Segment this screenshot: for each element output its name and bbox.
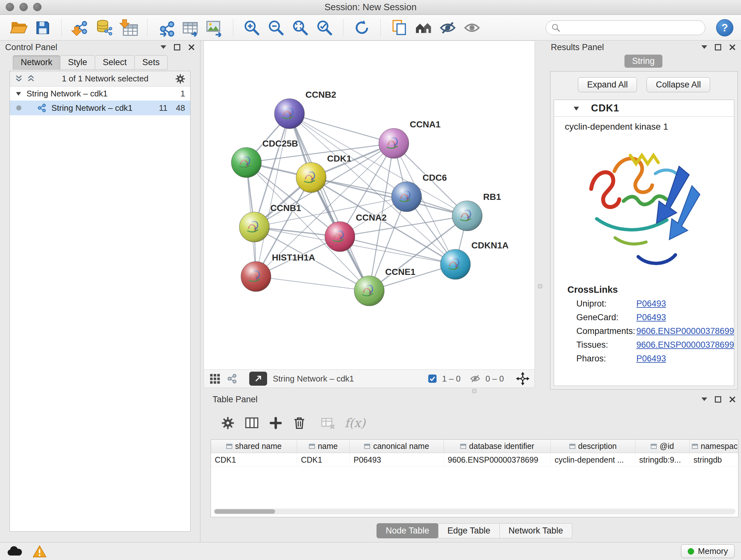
zoom-out-button[interactable] [265, 17, 287, 39]
crosslink-value-link[interactable]: P06493 [636, 354, 666, 364]
network-node-rb1[interactable]: RB1 [452, 192, 501, 231]
network-canvas[interactable]: CCNB2CCNA1CDC25BCDK1CDC6RB1CCNB1CCNA2CDK… [204, 41, 535, 369]
network-edge[interactable] [289, 114, 369, 291]
graphics-details-button[interactable] [413, 17, 434, 39]
splitter-handle[interactable] [472, 389, 476, 393]
panel-collapse-icon[interactable] [701, 45, 707, 52]
collapse-all-button[interactable]: Collapse All [647, 77, 710, 92]
network-view[interactable]: CCNB2CCNA1CDC25BCDK1CDC6RB1CCNB1CCNA2CDK… [204, 41, 535, 388]
network-icon[interactable] [226, 373, 238, 384]
add-column-icon[interactable] [269, 416, 283, 430]
crosslink-value-link[interactable]: P06493 [636, 299, 666, 309]
tab-network[interactable]: Network [13, 55, 60, 70]
table-cell[interactable]: 9606.ENSP00000378699 [444, 453, 551, 466]
export-table-button[interactable] [179, 17, 201, 39]
column-header-namespac[interactable]: namespac [690, 440, 738, 453]
delete-column-trash-icon[interactable] [292, 416, 307, 430]
tab-node-table[interactable]: Node Table [377, 523, 439, 538]
hide-graphics-button[interactable] [437, 17, 459, 39]
crosslink-value-link[interactable]: 9606.ENSP00000378699 [636, 340, 734, 350]
panel-float-icon[interactable] [715, 396, 721, 402]
panel-collapse-icon[interactable] [160, 45, 166, 52]
new-network-from-selection-button[interactable] [155, 17, 177, 39]
panel-close-icon[interactable] [729, 396, 736, 403]
network-edge[interactable] [311, 178, 467, 216]
expand-all-button[interactable]: Expand All [578, 77, 637, 92]
zoom-in-button[interactable] [241, 17, 263, 39]
show-graphics-button[interactable] [461, 17, 483, 39]
expand-all-icon[interactable] [14, 74, 23, 83]
maximize-window-button[interactable] [33, 3, 42, 11]
splitter-handle[interactable] [538, 284, 542, 288]
table-settings-gear-icon[interactable] [221, 416, 235, 430]
selected-checkbox-icon[interactable] [427, 374, 437, 384]
table-cell[interactable]: CDK1 [297, 453, 350, 466]
crosslink-value-link[interactable]: P06493 [636, 313, 666, 322]
scrollbar-thumb[interactable] [214, 509, 275, 514]
grid-view-icon[interactable] [209, 373, 220, 384]
minimize-window-button[interactable] [19, 3, 28, 11]
network-edge[interactable] [256, 114, 289, 276]
window-controls[interactable] [6, 3, 42, 11]
panel-float-icon[interactable] [174, 44, 180, 51]
column-header-shared-name[interactable]: shared name [211, 440, 297, 453]
node-section-header[interactable]: CDK1 [554, 100, 734, 117]
table-cell[interactable]: stringdb:9... [635, 453, 690, 466]
horizontal-scrollbar[interactable] [213, 509, 736, 514]
show-columns-icon[interactable] [245, 416, 259, 430]
panel-close-icon[interactable] [188, 44, 195, 51]
search-input[interactable] [564, 23, 700, 33]
copy-button[interactable] [388, 17, 410, 39]
tab-network-table[interactable]: Network Table [499, 523, 572, 538]
tab-style[interactable]: Style [60, 55, 95, 70]
save-session-button[interactable] [32, 17, 54, 39]
network-row-selected[interactable]: String Network – cdk1 11 48 [10, 101, 190, 115]
network-edge[interactable] [256, 276, 369, 291]
table-row[interactable]: CDK1CDK1P064939606.ENSP00000378699cyclin… [211, 453, 738, 466]
warning-icon[interactable] [32, 545, 47, 558]
hidden-eye-slash-icon[interactable] [469, 373, 481, 384]
table-cell[interactable]: P06493 [350, 453, 444, 466]
collapse-all-icon[interactable] [26, 74, 36, 83]
import-network-from-database-button[interactable] [93, 17, 115, 39]
section-disclosure-icon[interactable] [572, 105, 580, 112]
panel-float-icon[interactable] [715, 44, 721, 51]
close-window-button[interactable] [6, 3, 14, 11]
tab-sets[interactable]: Sets [134, 55, 167, 70]
cloud-icon[interactable] [6, 545, 23, 558]
zoom-fit-button[interactable] [289, 17, 311, 39]
panel-collapse-icon[interactable] [701, 397, 707, 404]
disclosure-triangle-icon[interactable] [15, 90, 22, 97]
network-collection-row[interactable]: String Network – cdk1 1 [10, 86, 190, 101]
panel-close-icon[interactable] [729, 44, 736, 51]
import-table-from-file-button[interactable] [118, 17, 139, 39]
network-node-hist1h1a[interactable]: HIST1H1A [241, 253, 315, 292]
toolbar-search[interactable] [546, 20, 705, 35]
zoom-selected-button[interactable] [314, 17, 335, 39]
export-image-button[interactable] [204, 17, 225, 39]
memory-button[interactable]: Memory [681, 544, 735, 558]
gear-icon[interactable] [175, 73, 186, 84]
column-header-id[interactable]: @id [635, 440, 690, 453]
network-edge[interactable] [289, 114, 394, 143]
network-node-cdc6[interactable]: CDC6 [392, 173, 447, 212]
import-network-from-file-button[interactable] [69, 17, 91, 39]
table-cell[interactable]: cyclin-dependent ... [551, 453, 635, 466]
fit-selected-crosshair-icon[interactable] [516, 372, 529, 385]
help-button[interactable]: ? [716, 19, 733, 37]
table-cell[interactable]: CDK1 [211, 453, 297, 466]
crosslink-value-link[interactable]: 9606.ENSP00000378699 [636, 326, 734, 336]
detach-view-button[interactable] [249, 372, 267, 386]
tab-edge-table[interactable]: Edge Table [438, 523, 500, 538]
column-header-name[interactable]: name [297, 440, 350, 453]
column-header-canonical-name[interactable]: canonical name [350, 440, 444, 453]
column-header-database-identifier[interactable]: database identifier [444, 440, 551, 453]
tab-select[interactable]: Select [95, 55, 135, 70]
tab-string[interactable]: String [624, 55, 663, 68]
network-node-ccna1[interactable]: CCNA1 [379, 119, 441, 159]
table-cell[interactable]: stringdb [690, 453, 738, 466]
network-node-cdkn1a[interactable]: CDKN1A [441, 240, 509, 279]
column-header-description[interactable]: description [551, 440, 635, 453]
open-session-button[interactable] [8, 17, 29, 39]
refresh-view-button[interactable] [351, 17, 373, 39]
